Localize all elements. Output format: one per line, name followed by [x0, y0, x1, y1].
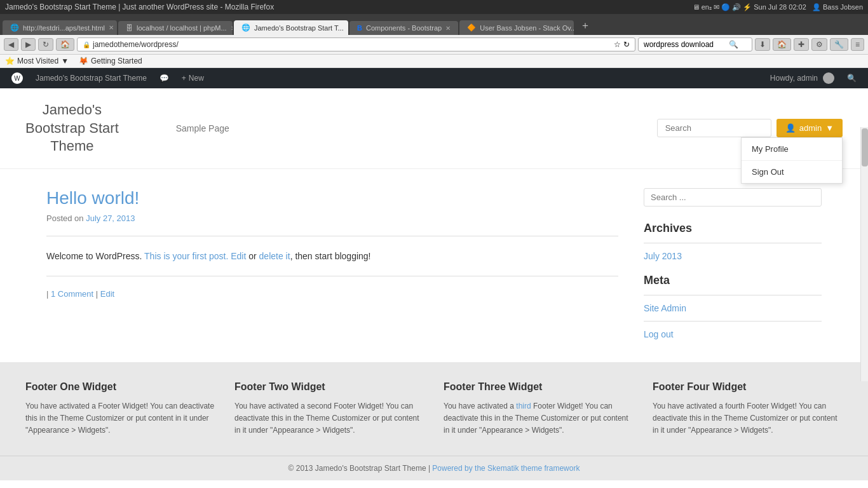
download-button[interactable]: ⬇ [755, 38, 770, 51]
site-nav: Sample Page [132, 123, 644, 133]
admin-button-label: admin [799, 123, 822, 133]
post-divider [46, 236, 618, 236]
post-footer-divider [46, 276, 618, 276]
admin-dropdown-menu: My Profile Sign Out [741, 137, 843, 184]
star-icon: ⭐ [5, 57, 15, 65]
dropdown-my-profile[interactable]: My Profile [742, 138, 842, 161]
plus-new-icon: + [182, 74, 186, 83]
post-content-link-1[interactable]: This is your first post. [144, 251, 228, 261]
powered-by-link[interactable]: Powered by the Skematik theme framework [432, 464, 580, 473]
content-area: Hello world! Posted on July 27, 2013 Wel… [46, 188, 618, 343]
tab-5[interactable]: 🔶 User Bass Jobsen - Stack Ov... ✕ [459, 20, 574, 35]
tab-4[interactable]: B Components - Bootstrap ✕ [349, 21, 458, 35]
meta-log-out-link[interactable]: Log out [644, 329, 822, 339]
footer-widget-1: Footer One Widget You have activated a F… [25, 381, 215, 437]
wp-site-name-item[interactable]: Jamedo's Bootstrap Start Theme [29, 68, 153, 88]
chevron-down-icon: ▼ [61, 57, 69, 65]
post-content-link-3[interactable]: delete it [259, 251, 290, 261]
tab-close-1[interactable]: ✕ [109, 24, 114, 31]
footer-widget-1-text: You have activated a Footer Widget! You … [25, 400, 215, 437]
address-input[interactable] [93, 40, 611, 49]
post-comments-link[interactable]: 1 Comment [51, 289, 93, 299]
tab-favicon-3: 🌐 [241, 24, 250, 32]
lock-icon: 🔒 [83, 41, 90, 48]
post-footer: | 1 Comment | Edit [46, 289, 618, 299]
bookmark-getting-started-label: Getting Started [91, 57, 142, 65]
wp-logo-item[interactable]: W [5, 68, 29, 88]
tab-3-active[interactable]: 🌐 Jamedo's Bootstrap Start T... ✕ [234, 20, 348, 35]
tab-favicon-2: 🗄 [126, 24, 133, 32]
comment-bubble-icon: 💬 [159, 74, 169, 83]
forward-button[interactable]: ▶ [21, 38, 36, 51]
wp-user-avatar [823, 72, 834, 84]
footer-widget-3-title: Footer Three Widget [444, 381, 634, 393]
home-button[interactable]: 🏠 [56, 38, 74, 51]
wp-howdy-text: Howdy, admin [770, 74, 818, 83]
nav-sample-page[interactable]: Sample Page [170, 123, 236, 133]
user-icon: 👤 [785, 123, 796, 133]
post-content-link-2[interactable]: Edit [231, 251, 246, 261]
addon-button[interactable]: ✚ [794, 38, 809, 51]
post-title: Hello world! [46, 188, 618, 208]
footer-widget-2: Footer Two Widget You have activated a s… [234, 381, 424, 437]
tab-close-3[interactable]: ✕ [348, 24, 348, 31]
wp-comments-item[interactable]: 💬 [153, 68, 175, 88]
tab-label-2: localhost / localhost | phpM... [137, 24, 227, 32]
extensions-button[interactable]: ⚙ [811, 38, 827, 51]
wp-search-toggle[interactable]: 🔍 [841, 68, 863, 88]
wp-howdy-item[interactable]: Howdy, admin [764, 68, 841, 88]
menu-button[interactable]: ≡ [851, 38, 864, 51]
bookmark-star-icon[interactable]: ☆ [614, 40, 621, 49]
tab-label-3: Jamedo's Bootstrap Start T... [254, 24, 344, 32]
wp-new-item[interactable]: + New [175, 68, 210, 88]
post-meta: Posted on July 27, 2013 [46, 214, 618, 223]
back-button[interactable]: ◀ [4, 38, 18, 51]
reload-button[interactable]: ↻ [38, 38, 53, 51]
wp-new-label: New [189, 74, 204, 83]
tab-favicon-4: B [357, 24, 362, 32]
site-footer-bottom: © 2013 Jamedo's Bootstrap Start Theme | … [0, 456, 868, 480]
scrollbar-thumb[interactable] [862, 128, 868, 166]
chevron-down-icon: ▼ [825, 123, 834, 133]
wp-logo-icon: W [11, 72, 23, 84]
archives-title: Archives [644, 222, 822, 235]
search-icon[interactable]: 🔍 [729, 40, 738, 49]
bookmark-most-visited-label: Most Visited [17, 57, 58, 65]
tab-1[interactable]: 🌐 http://testdri...aps/test.html ✕ [3, 20, 117, 35]
browser-title-right: 🖥 en₂ ✉ 🔵 🔊 ⚡ Sun Jul 28 02:02 👤 Bass Jo… [693, 3, 863, 11]
archives-link-july-2013[interactable]: July 2013 [644, 251, 822, 261]
new-tab-button[interactable]: ＋ [575, 17, 595, 35]
site-header-right: 👤 admin ▼ My Profile Sign Out [657, 119, 843, 137]
meta-site-admin-link[interactable]: Site Admin [644, 303, 822, 313]
post-edit-link[interactable]: Edit [100, 289, 114, 299]
tools-button[interactable]: 🔧 [830, 38, 848, 51]
footer-widget-4: Footer Four Widget You have activated a … [653, 381, 843, 437]
reload-small-icon[interactable]: ↻ [623, 40, 630, 49]
tab-close-4[interactable]: ✕ [445, 25, 451, 32]
meta-title: Meta [644, 274, 822, 287]
sidebar-search-input[interactable] [644, 188, 822, 207]
site-search-input[interactable] [657, 119, 771, 137]
post-meta-date[interactable]: July 27, 2013 [86, 214, 135, 223]
footer-widget-4-text: You have activated a fourth Footer Widge… [653, 400, 843, 437]
tab-favicon-5: 🔶 [467, 24, 476, 32]
admin-button[interactable]: 👤 admin ▼ [776, 119, 843, 137]
tab-2[interactable]: 🗄 localhost / localhost | phpM... ✕ [118, 21, 233, 35]
footer-widget-3-link[interactable]: third [516, 402, 531, 410]
sidebar-archives-section: Archives July 2013 [644, 222, 822, 261]
post-content: Welcome to WordPress. This is your first… [46, 249, 618, 263]
meta-divider-2 [644, 321, 822, 322]
site-title: Jamedo's Bootstrap Start Theme [25, 101, 119, 156]
bookmark-most-visited[interactable]: ⭐ Most Visited ▼ [5, 57, 69, 65]
footer-widget-3: Footer Three Widget You have activated a… [444, 381, 634, 437]
home-nav-button[interactable]: 🏠 [773, 38, 791, 51]
tab-close-2[interactable]: ✕ [231, 25, 233, 32]
dropdown-sign-out[interactable]: Sign Out [742, 161, 842, 183]
tab-label-4: Components - Bootstrap [366, 24, 442, 32]
browser-search-input[interactable] [644, 40, 726, 49]
tab-favicon-1: 🌐 [10, 24, 19, 32]
scrollbar[interactable] [860, 127, 868, 381]
bookmark-getting-started[interactable]: 🦊 Getting Started [79, 57, 142, 65]
post-article: Hello world! Posted on July 27, 2013 Wel… [46, 188, 618, 299]
footer-widget-1-title: Footer One Widget [25, 381, 215, 393]
